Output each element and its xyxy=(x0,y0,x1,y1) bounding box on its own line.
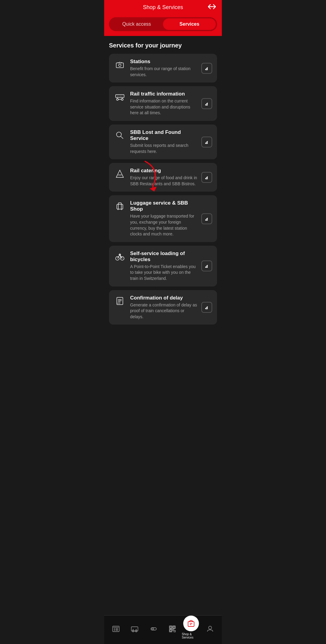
bicycles-title: Self-service loading of bicycles xyxy=(130,251,198,263)
svg-point-2 xyxy=(119,64,121,66)
service-card-lost-found[interactable]: SBB Lost and Found Service Submit loss r… xyxy=(109,125,217,159)
svg-rect-1 xyxy=(116,63,123,68)
svg-line-19 xyxy=(121,136,123,139)
rail-catering-desc: Enjoy our range of food and drink in SBB… xyxy=(130,175,198,187)
luggage-desc: Have your luggage transported for you, e… xyxy=(130,213,198,237)
service-card-stations[interactable]: Stations Benefit from our range of stati… xyxy=(109,54,217,83)
stations-desc: Benefit from our range of station servic… xyxy=(130,66,198,78)
expand-icon[interactable] xyxy=(208,3,216,11)
service-card-rail-catering[interactable]: Rail catering Enjoy our range of food an… xyxy=(109,163,217,192)
lost-found-arrow[interactable] xyxy=(201,137,212,147)
luggage-icon xyxy=(114,200,126,212)
rail-catering-title: Rail catering xyxy=(130,168,198,174)
header-title: Shop & Services xyxy=(143,4,183,11)
lost-found-desc: Submit loss reports and search requests … xyxy=(130,143,198,154)
rail-catering-arrow[interactable] xyxy=(201,172,212,183)
svg-point-18 xyxy=(117,132,121,137)
document-icon: PDF xyxy=(114,295,126,307)
service-card-rail-traffic[interactable]: Rail traffic information Find informatio… xyxy=(109,86,217,121)
svg-text:PDF: PDF xyxy=(117,303,120,304)
tab-services[interactable]: Services xyxy=(163,18,216,30)
stations-arrow[interactable] xyxy=(201,63,212,74)
rail-traffic-icon xyxy=(114,91,126,103)
svg-rect-25 xyxy=(117,204,123,209)
svg-point-8 xyxy=(117,99,118,100)
rail-traffic-arrow[interactable] xyxy=(201,98,212,109)
search-icon xyxy=(114,129,126,141)
svg-marker-24 xyxy=(150,186,157,192)
svg-rect-7 xyxy=(116,95,124,98)
delay-title: Confirmation of delay xyxy=(130,295,198,301)
rail-traffic-desc: Find information on the current service … xyxy=(130,98,198,116)
catering-icon xyxy=(114,168,126,180)
delay-desc: Generate a confirmation of delay as proo… xyxy=(130,302,198,320)
service-card-luggage[interactable]: Luggage service & SBB Shop Have your lug… xyxy=(109,195,217,242)
tab-selector: Quick access Services xyxy=(104,14,222,36)
rail-traffic-title: Rail traffic information xyxy=(130,91,198,97)
bicycles-arrow[interactable] xyxy=(201,261,212,271)
lost-found-title: SBB Lost and Found Service xyxy=(130,129,198,141)
service-card-delay[interactable]: PDF Confirmation of delay Generate a con… xyxy=(109,290,217,325)
luggage-title: Luggage service & SBB Shop xyxy=(130,200,198,212)
header: Shop & Services xyxy=(104,0,222,14)
station-icon xyxy=(114,59,126,71)
luggage-arrow[interactable] xyxy=(201,213,212,224)
delay-arrow[interactable] xyxy=(201,302,212,313)
svg-marker-21 xyxy=(116,170,123,177)
main-content: Services for your journey Stations Benef… xyxy=(104,36,222,358)
bicycles-desc: A Point-to-Point Ticket enables you to t… xyxy=(130,264,198,282)
svg-point-9 xyxy=(121,99,123,100)
stations-title: Stations xyxy=(130,59,198,65)
service-card-bicycles[interactable]: Self-service loading of bicycles A Point… xyxy=(109,246,217,286)
bicycle-icon xyxy=(114,251,126,263)
tab-quick-access[interactable]: Quick access xyxy=(110,18,163,30)
section-title: Services for your journey xyxy=(109,42,217,49)
